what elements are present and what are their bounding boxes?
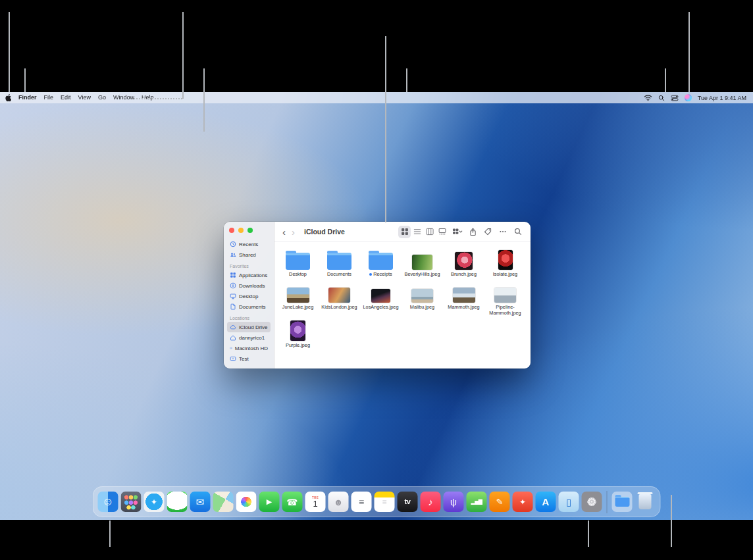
sidebar-item-label: Documents [239, 304, 265, 310]
file-mammoth-jpeg[interactable]: Mammoth.jpeg [443, 282, 484, 317]
back-button[interactable]: ‹ [281, 227, 287, 237]
zoom-button[interactable] [247, 228, 253, 233]
folder-shape [615, 497, 629, 507]
image-thumbnail [494, 282, 516, 303]
file-label: Purple.jpeg [286, 343, 310, 349]
dock-system-settings-icon[interactable]: ⚙ [582, 492, 602, 512]
menu-item-file[interactable]: File [44, 92, 54, 103]
file-losangeles-jpeg[interactable]: LosAngeles.jpeg [360, 282, 402, 317]
dock-safari-icon[interactable]: ✦ [144, 492, 165, 512]
siri-icon[interactable] [685, 94, 692, 101]
file-purple-jpeg[interactable]: Purple.jpeg [277, 320, 319, 349]
dock-glyph: ♪ [428, 497, 433, 507]
dock-maps-icon[interactable] [213, 492, 234, 512]
sidebar-item-applications[interactable]: Applications [227, 270, 271, 280]
file-isolate-jpeg[interactable]: Isolate.jpeg [484, 249, 526, 278]
menu-item-view[interactable]: View [78, 92, 91, 103]
dock-reminders-icon[interactable]: ≡ [351, 492, 372, 512]
file-kidslondon-jpeg[interactable]: KidsLondon.jpeg [319, 282, 360, 317]
dock-music-icon[interactable]: ♪ [421, 492, 441, 512]
menu-item-edit[interactable]: Edit [61, 92, 71, 103]
sidebar-item-dannyrico1[interactable]: dannyrico1 [227, 332, 271, 343]
file-malibu-jpeg[interactable]: Malibu.jpeg [402, 282, 443, 317]
dock-glyph: ψ [450, 497, 457, 507]
dock-downloads-icon[interactable] [612, 492, 633, 512]
minimize-button[interactable] [238, 228, 244, 233]
dock-contacts-icon[interactable]: ☻ [328, 492, 349, 512]
sidebar-item-recents[interactable]: Recents [227, 239, 271, 249]
forward-button[interactable]: › [290, 227, 296, 237]
finder-main: ‹ › iCloud Drive DesktopDocumentsR [274, 222, 531, 369]
file-brunch-jpeg[interactable]: Brunch.jpeg [443, 249, 484, 278]
sidebar-item-test[interactable]: Test [227, 353, 271, 364]
callout-line [109, 521, 111, 547]
sidebar-item-shared[interactable]: Shared [227, 249, 271, 260]
sidebar-item-macintosh-hd[interactable]: Macintosh HD [227, 343, 271, 353]
sidebar-item-downloads[interactable]: Downloads [227, 280, 271, 291]
window-title: iCloud Drive [304, 228, 345, 236]
sidebar-item-label: dannyrico1 [239, 335, 265, 341]
dock-photos-icon[interactable] [236, 492, 257, 512]
file-documents[interactable]: Documents [319, 249, 360, 278]
view-list-button[interactable] [411, 226, 423, 238]
spotlight-menu[interactable] [658, 95, 665, 101]
control-center-menu[interactable] [671, 95, 679, 101]
menu-item-go[interactable]: Go [98, 92, 106, 103]
file-beverlyhills-jpeg[interactable]: BeverlyHills.jpeg [402, 249, 443, 278]
group-button[interactable] [452, 226, 463, 238]
file-receipts[interactable]: Receipts [360, 249, 402, 278]
tag-icon [484, 228, 492, 236]
sidebar-item-documents[interactable]: Documents [227, 301, 271, 312]
dock-podcasts-icon[interactable]: ψ [444, 492, 464, 512]
dock-tv-icon[interactable]: tv [398, 492, 418, 512]
apple-icon [5, 94, 11, 101]
callout-line [9, 12, 10, 92]
dock-numbers-icon[interactable]: ▂▅▇ [467, 492, 487, 512]
dock-glyph: ⚙ [587, 497, 596, 507]
view-grid-button[interactable] [398, 226, 411, 238]
wifi-menu[interactable] [644, 94, 652, 101]
dock-notes-icon[interactable]: ≡ [375, 492, 395, 512]
dock-facetime-icon[interactable]: ▶ [259, 492, 280, 512]
dock-finder-icon[interactable]: ☺ [98, 492, 118, 512]
dock-messages-icon[interactable] [167, 492, 188, 512]
sidebar-item-desktop[interactable]: Desktop [227, 291, 271, 301]
desktop[interactable]: FinderFileEditViewGoWindowHelp Tue Apr 1… [0, 92, 753, 520]
file-pipeline-mammoth-jpeg[interactable]: Pipeline-Mammoth.jpeg [484, 282, 526, 317]
status-menus: Tue Apr 1 9:41 AM [644, 94, 746, 101]
search-button[interactable] [512, 226, 524, 238]
view-gallery-button[interactable] [436, 226, 448, 238]
dock-phone-icon[interactable]: ☎ [282, 492, 303, 512]
tags-button[interactable] [482, 226, 494, 238]
sidebar-item-label: Recents [239, 242, 258, 247]
dock-separator [607, 491, 608, 513]
dock-app-store-icon[interactable]: A [536, 492, 556, 512]
folder-shape [327, 253, 351, 270]
menu-bar-clock[interactable]: Tue Apr 1 9:41 AM [698, 95, 746, 101]
dock-pages-icon[interactable]: ✎ [490, 492, 510, 512]
file-name: Desktop [289, 272, 307, 278]
dock-iphone-mirroring-icon[interactable]: ▯ [559, 492, 579, 512]
close-button[interactable] [229, 228, 234, 233]
callout-line [688, 12, 690, 92]
sidebar-item-icloud-drive[interactable]: iCloud Drive [227, 322, 271, 332]
more-button[interactable] [497, 226, 509, 238]
file-name: Receipts [373, 272, 392, 278]
file-label: Brunch.jpeg [451, 272, 477, 278]
view-columns-button[interactable] [423, 226, 436, 238]
dock-trash-icon[interactable] [635, 492, 656, 512]
menu-item-window[interactable]: Window [113, 92, 134, 103]
dock-mail-icon[interactable]: ✉ [190, 492, 211, 512]
file-junelake-jpeg[interactable]: JuneLake.jpeg [277, 282, 319, 317]
thumb-shape [411, 289, 433, 303]
apple-menu[interactable] [5, 94, 11, 101]
file-desktop[interactable]: Desktop [277, 249, 319, 278]
file-label: BeverlyHills.jpeg [405, 272, 440, 278]
dock-calendar-icon[interactable]: TUE1 [305, 492, 326, 512]
dock-launchpad-icon[interactable] [121, 492, 142, 512]
share-button[interactable] [467, 226, 479, 238]
grid-view-icon [401, 228, 409, 236]
dock-keynote-icon[interactable]: ✦ [513, 492, 533, 512]
menu-item-finder[interactable]: Finder [18, 92, 37, 103]
documentation-figure: FinderFileEditViewGoWindowHelp Tue Apr 1… [0, 0, 753, 560]
